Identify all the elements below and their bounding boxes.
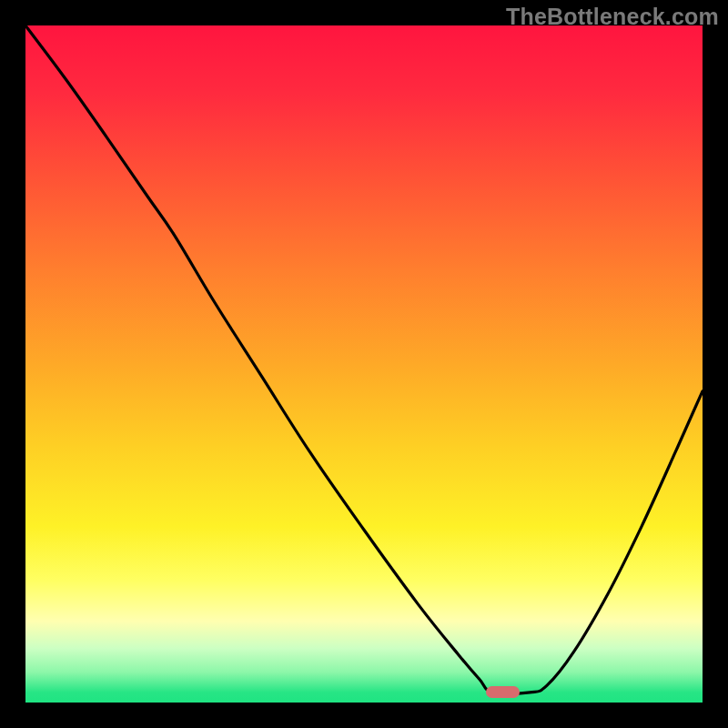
bottleneck-curve: [25, 25, 703, 703]
optimum-marker: [486, 686, 520, 698]
plot-area: [25, 25, 703, 703]
outer-frame: TheBottleneck.com: [0, 0, 728, 728]
